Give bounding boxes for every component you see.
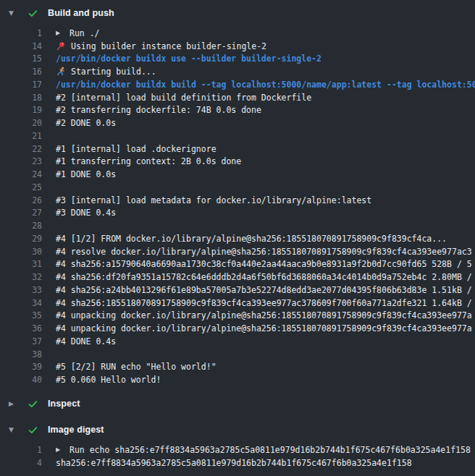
workflow-log: ▼ Build and push 1 ▶Run ./ 14 Using buil…: [0, 0, 475, 476]
line-number[interactable]: 19: [0, 105, 42, 115]
line-text: Starting build...: [71, 67, 156, 77]
section-header-build-and-push[interactable]: ▼ Build and push: [0, 0, 475, 26]
log-line: 24 #1 DONE 0.0s: [0, 168, 475, 181]
line-number[interactable]: 32: [0, 272, 42, 282]
chevron-down-icon[interactable]: ▼: [9, 427, 28, 433]
runner-icon: [56, 67, 66, 77]
line-number[interactable]: 14: [0, 41, 42, 51]
line-number[interactable]: 34: [0, 298, 42, 308]
log-line: 36 #4 unpacking docker.io/library/alpine…: [0, 322, 475, 335]
log-line: 16 Starting build...: [0, 65, 475, 78]
section-title: Inspect: [48, 399, 80, 409]
log-line: 26 #3 [internal] load metadata for docke…: [0, 194, 475, 207]
line-body: #4 DONE 0.4s: [56, 336, 475, 347]
line-body: #4 sha256:a24bb4013296f61e89ba57005a7b3e…: [56, 285, 475, 295]
log-line: 30 #4 resolve docker.io/library/alpine@s…: [0, 245, 475, 258]
check-icon: [28, 424, 39, 435]
log-line: 14 Using builder instance builder-single…: [0, 40, 475, 53]
line-number[interactable]: 27: [0, 208, 42, 218]
log-line: 29 #4 [1/2] FROM docker.io/library/alpin…: [0, 232, 475, 245]
line-body: #4 sha256:185518070891758909c9f839cf4ca3…: [56, 298, 475, 308]
line-number[interactable]: 38: [0, 349, 42, 360]
line-number[interactable]: 15: [0, 54, 42, 64]
log-line: 40 #5 0.060 Hello world!: [0, 373, 475, 386]
log-line: 32 #4 sha256:df20fa9351a15782c64e6dddb2d…: [0, 271, 475, 284]
log-line: 35 #4 unpacking docker.io/library/alpine…: [0, 310, 475, 323]
line-body: /usr/bin/docker buildx use --builder bui…: [56, 54, 475, 64]
log-section: ▼ Image digest 1 ▶Run echo sha256:e7ff88…: [0, 417, 475, 474]
line-body: #1 transferring context: 2B 0.0s done: [56, 156, 475, 166]
expand-step-toggle[interactable]: ▶: [56, 30, 64, 36]
line-number[interactable]: 26: [0, 195, 42, 205]
line-number[interactable]: 16: [0, 67, 42, 77]
line-body: Using builder instance builder-single-2: [56, 41, 475, 51]
line-text: #4 [1/2] FROM docker.io/library/alpine@s…: [56, 234, 447, 244]
log-line: 28: [0, 219, 475, 232]
section-header-inspect[interactable]: ▶ Inspect: [0, 391, 475, 417]
line-number[interactable]: 4: [0, 458, 42, 468]
line-text: #4 sha256:185518070891758909c9f839cf4ca3…: [56, 298, 472, 308]
log-line: 17 /usr/bin/docker buildx build --tag lo…: [0, 78, 475, 91]
line-body: #4 sha256:a15790640a6690aa1730c38cf0a440…: [56, 259, 475, 269]
line-number[interactable]: 20: [0, 118, 42, 128]
line-body: /usr/bin/docker buildx build --tag local…: [56, 80, 475, 90]
line-text: #1 transferring context: 2B 0.0s done: [56, 156, 241, 166]
log-line: 15 /usr/bin/docker buildx use --builder …: [0, 53, 475, 66]
log-line: 21: [0, 129, 475, 143]
line-number[interactable]: 23: [0, 156, 42, 166]
log-line: 18 #2 [internal] load build definition f…: [0, 91, 475, 104]
log-line: 31 #4 sha256:a15790640a6690aa1730c38cf0a…: [0, 258, 475, 271]
line-number[interactable]: 21: [0, 131, 42, 141]
line-number[interactable]: 17: [0, 80, 42, 90]
line-text: #4 sha256:a15790640a6690aa1730c38cf0a440…: [56, 259, 472, 269]
line-body: Starting build...: [56, 67, 475, 77]
line-text: Run echo sha256:e7ff8834a5963a2785c5a081…: [70, 445, 471, 455]
line-number[interactable]: 22: [0, 144, 42, 154]
line-number[interactable]: 39: [0, 362, 42, 372]
section-log-content: 1 ▶Run ./ 14 Using builder instance buil…: [0, 26, 475, 391]
line-body: #4 unpacking docker.io/library/alpine@sh…: [56, 310, 475, 320]
line-number[interactable]: 1: [0, 28, 42, 38]
log-line: 20 #2 DONE 0.0s: [0, 116, 475, 129]
log-line: 33 #4 sha256:a24bb4013296f61e89ba57005a7…: [0, 284, 475, 297]
line-number[interactable]: 31: [0, 259, 42, 269]
line-number[interactable]: 18: [0, 93, 42, 103]
line-number[interactable]: 37: [0, 336, 42, 347]
line-number[interactable]: 35: [0, 310, 42, 320]
line-number[interactable]: 36: [0, 323, 42, 333]
line-text: sha256:e7ff8834a5963a2785c5a0811e979d16b…: [56, 458, 412, 468]
line-text: #4 resolve docker.io/library/alpine@sha2…: [56, 247, 472, 257]
line-text: #4 sha256:a24bb4013296f61e89ba57005a7b3e…: [56, 285, 472, 295]
line-text: #3 DONE 0.4s: [56, 208, 116, 218]
line-number[interactable]: 28: [0, 221, 42, 231]
log-section: ▼ Build and push 1 ▶Run ./ 14 Using buil…: [0, 0, 475, 391]
log-line: 25: [0, 181, 475, 194]
log-line: 1 ▶Run echo sha256:e7ff8834a5963a2785c5a…: [0, 443, 475, 456]
line-body: #2 DONE 0.0s: [56, 118, 475, 128]
line-body: ▶Run ./: [56, 28, 475, 38]
line-body: #1 [internal] load .dockerignore: [56, 144, 475, 154]
log-line: 27 #3 DONE 0.4s: [0, 207, 475, 220]
line-number[interactable]: 30: [0, 247, 42, 257]
line-number[interactable]: 29: [0, 234, 42, 244]
line-number[interactable]: 33: [0, 285, 42, 295]
log-line: 23 #1 transferring context: 2B 0.0s done: [0, 156, 475, 169]
line-text: Run ./: [70, 28, 100, 38]
section-title: Build and push: [48, 8, 114, 18]
line-text: #2 [internal] load build definition from…: [56, 93, 311, 103]
line-body: #2 [internal] load build definition from…: [56, 93, 475, 103]
chevron-down-icon[interactable]: ▼: [9, 10, 28, 17]
line-text: #4 unpacking docker.io/library/alpine@sh…: [56, 310, 472, 320]
line-number[interactable]: 1: [0, 445, 42, 455]
expand-step-toggle[interactable]: ▶: [56, 446, 64, 453]
line-number[interactable]: 24: [0, 169, 42, 179]
check-icon: [28, 398, 39, 409]
section-header-image-digest[interactable]: ▼ Image digest: [0, 417, 475, 443]
chevron-right-icon[interactable]: ▶: [9, 401, 28, 407]
line-text: #1 [internal] load .dockerignore: [56, 144, 217, 154]
line-body: ▶Run echo sha256:e7ff8834a5963a2785c5a08…: [56, 445, 475, 455]
line-number[interactable]: 25: [0, 182, 42, 192]
line-body: #2 transferring dockerfile: 74B 0.0s don…: [56, 105, 475, 115]
line-number[interactable]: 40: [0, 375, 42, 385]
log-line: 22 #1 [internal] load .dockerignore: [0, 143, 475, 156]
